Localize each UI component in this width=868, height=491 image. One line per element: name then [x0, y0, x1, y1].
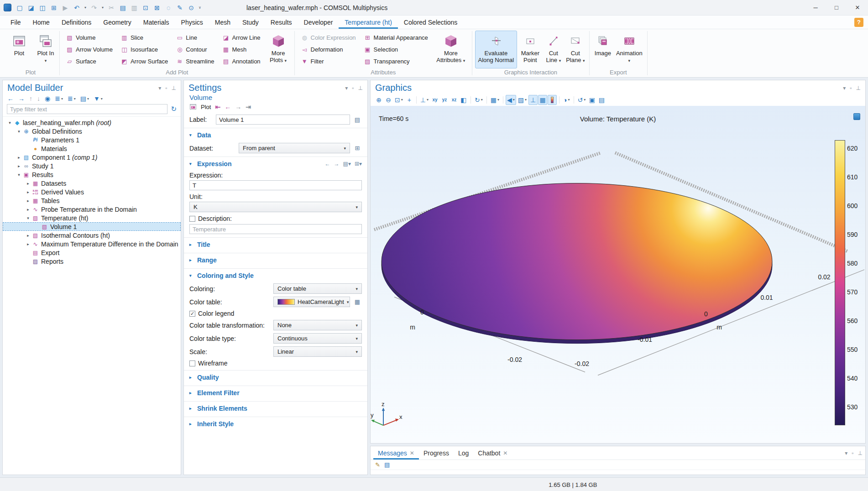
plot-action-button[interactable]: Plot — [201, 104, 211, 110]
tree-expander-icon[interactable]: ▸ — [25, 198, 31, 203]
plot-in-button[interactable]: Plot In ▾ — [35, 31, 57, 68]
float-panel-icon[interactable]: ▫ — [850, 85, 852, 91]
reset-update-icon[interactable]: ↺▾ — [576, 95, 587, 105]
tree-expander-icon[interactable]: ▸ — [16, 155, 22, 160]
next-step-icon[interactable]: → — [235, 103, 241, 110]
image-button[interactable]: Image — [592, 31, 613, 68]
isosurface-button[interactable]: ◫Isosurface — [117, 44, 172, 56]
description-input[interactable] — [189, 224, 362, 234]
undo-dropdown-icon[interactable]: ▾ — [83, 2, 88, 13]
label-field-input[interactable] — [216, 115, 350, 125]
plot-button[interactable]: Plot — [5, 31, 34, 68]
tree-item-maximum-temperature-difference-in-the-domain[interactable]: ▸∿Maximum Temperature Difference in the … — [3, 240, 181, 248]
copy-icon[interactable]: ▤ — [117, 2, 128, 13]
move-up-icon[interactable]: ↑ — [29, 95, 32, 102]
color-legend-checkbox[interactable]: ✓ — [189, 311, 195, 317]
tree-item-probe-temperature-in-the-domain[interactable]: ▸∿Probe Temperature in the Domain — [3, 205, 181, 214]
camera-icon[interactable]: ◧ — [459, 95, 468, 105]
dataset-select[interactable]: From parent ▾ — [239, 143, 350, 153]
tree-item-global-definitions[interactable]: ▾⊕Global Definitions — [3, 127, 181, 136]
animation-button[interactable]: Animation ▾ — [614, 31, 644, 68]
menu-tab-temperature-ht[interactable]: Temperature (ht) — [339, 16, 397, 29]
copy-message-icon[interactable]: ▤ — [384, 461, 390, 468]
arrow-line-button[interactable]: ◪Arrow Line — [219, 32, 264, 44]
move-down-icon[interactable]: ↓ — [37, 95, 40, 102]
show-color-legend-icon[interactable] — [548, 95, 557, 105]
new-file-icon[interactable]: ▢ — [14, 2, 25, 13]
section-quality[interactable]: ▸ Quality — [184, 370, 367, 384]
cut-icon[interactable]: ✂ — [106, 2, 117, 13]
pin-panel-icon[interactable]: ⊥ — [858, 450, 863, 456]
view-yz-icon[interactable]: yz — [440, 95, 449, 105]
arrow-volume-button[interactable]: ▨Arrow Volume — [63, 44, 116, 56]
section-range[interactable]: ▸ Range — [184, 253, 367, 266]
zoom-extents-icon[interactable]: + — [405, 95, 414, 105]
more-attributes-button[interactable]: More Attributes ▾ — [433, 31, 469, 68]
tree-expander-icon[interactable]: ▾ — [16, 172, 22, 177]
rotate-view-icon[interactable]: ↻▾ — [473, 95, 484, 105]
tree-expander-icon[interactable]: ▾ — [25, 216, 31, 220]
expression-input[interactable] — [189, 180, 362, 190]
close-tab-icon[interactable]: ✕ — [410, 450, 414, 456]
panel-menu-icon[interactable]: ▾ — [158, 85, 161, 91]
float-panel-icon[interactable]: ▫ — [165, 85, 167, 91]
annotation-button[interactable]: ▤Annotation — [219, 56, 264, 68]
view-xz-icon[interactable]: xz — [450, 95, 459, 105]
panel-menu-icon[interactable]: ▾ — [843, 85, 846, 91]
last-step-icon[interactable]: ⇥ — [246, 103, 251, 110]
panel-menu-icon[interactable]: ▾ — [345, 85, 348, 91]
zoom-box-icon[interactable]: ⊡▾ — [393, 95, 404, 105]
menu-tab-file[interactable]: File — [5, 16, 27, 29]
menu-tab-mesh[interactable]: Mesh — [209, 16, 236, 29]
tree-expander-icon[interactable]: ▸ — [25, 190, 31, 194]
plot-view-icon[interactable] — [853, 113, 860, 120]
tree-item-temperature-ht[interactable]: ▾▧Temperature (ht) — [3, 214, 181, 222]
tree-expander-icon[interactable]: ▸ — [25, 242, 31, 246]
tree-expander-icon[interactable]: ▸ — [16, 164, 22, 168]
tree-item-tables[interactable]: ▸▦Tables — [3, 196, 181, 205]
marker-point-button[interactable]: Marker Point — [518, 31, 543, 68]
tree-item-reports[interactable]: ▨Reports — [3, 257, 181, 266]
slice-button[interactable]: ▥Slice — [117, 32, 172, 44]
panel-menu-icon[interactable]: ▾ — [845, 450, 847, 456]
help-icon[interactable]: ? — [854, 18, 863, 27]
more-commands-icon[interactable]: ∨ — [197, 2, 203, 13]
tree-expander-icon[interactable]: ▾ — [6, 120, 13, 125]
zoom-in-icon[interactable]: ⊕ — [374, 95, 383, 105]
tree-expander-icon[interactable]: ▸ — [25, 181, 31, 186]
redo-icon[interactable]: ↷ — [89, 2, 99, 13]
tree-item-datasets[interactable]: ▸▦Datasets — [3, 179, 181, 188]
transparency-button[interactable]: ▨Transparency — [361, 56, 432, 68]
select-box-icon[interactable]: ◌ — [163, 2, 174, 13]
save-icon[interactable]: ◫ — [37, 2, 48, 13]
plot-area[interactable]: z x y Time=60 s Volume: Temperature (K) … — [371, 106, 865, 443]
view-xy-icon[interactable]: xy — [430, 95, 439, 105]
sound-icon[interactable]: ◀▾ — [506, 95, 516, 105]
streamline-button[interactable]: ≋Streamline — [173, 56, 218, 68]
collapse-all-icon[interactable]: ≣▾ — [55, 95, 63, 102]
open-file-icon[interactable]: ◪ — [26, 2, 37, 13]
color-table-transformation-select[interactable]: None ▾ — [273, 320, 362, 330]
show-icon[interactable]: ◉ — [45, 95, 50, 102]
transparency-icon[interactable]: ▧▾ — [517, 95, 528, 105]
maximize-button[interactable]: □ — [826, 0, 847, 15]
expand-all-icon[interactable]: ≣▾ — [68, 95, 76, 102]
pin-panel-icon[interactable]: ⊥ — [172, 85, 176, 91]
tree-expander-icon[interactable]: ▸ — [25, 233, 31, 238]
selection-button[interactable]: ▣Selection — [361, 44, 432, 56]
back-icon[interactable]: ← — [7, 95, 14, 102]
snapshot-icon[interactable]: ▣ — [587, 95, 596, 105]
close-tab-icon[interactable]: ✕ — [503, 450, 507, 456]
cut-plane-button[interactable]: Cut Plane ▾ — [565, 31, 586, 68]
filter-tree-icon[interactable]: ▼▾ — [94, 95, 103, 102]
section-title[interactable]: ▸ Title — [184, 237, 367, 251]
zoom-out-icon[interactable]: ⊖ — [384, 95, 393, 105]
description-checkbox[interactable] — [189, 216, 195, 222]
find-icon[interactable]: ⊙ — [186, 2, 197, 13]
menu-tab-definitions[interactable]: Definitions — [56, 16, 97, 29]
tree-item-results[interactable]: ▾▣Results — [3, 170, 181, 179]
next-expression-icon[interactable]: → — [334, 161, 340, 167]
menu-tab-materials[interactable]: Materials — [137, 16, 175, 29]
paste-icon[interactable]: ▥ — [129, 2, 140, 13]
section-data[interactable]: ▾ Data — [184, 128, 367, 141]
